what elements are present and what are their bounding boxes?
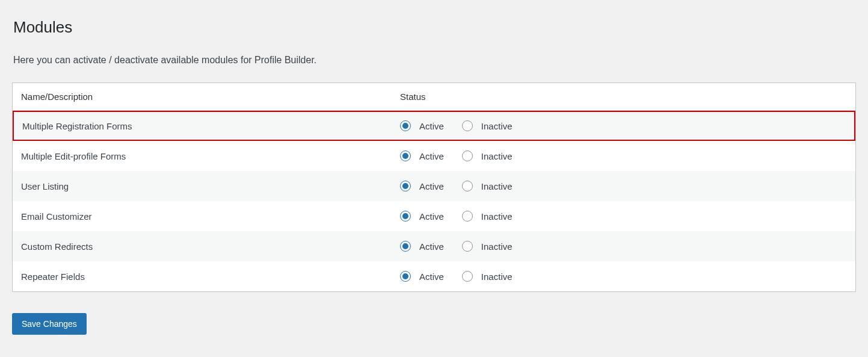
radio-group-active: Active — [400, 271, 444, 282]
radio-group-active: Active — [400, 151, 444, 161]
radio-inactive-label[interactable]: Inactive — [481, 211, 512, 222]
radio-active-label[interactable]: Active — [419, 272, 444, 282]
module-status: ActiveInactive — [392, 114, 854, 137]
table-row: Custom RedirectsActiveInactive — [13, 231, 855, 261]
radio-group-active: Active — [400, 241, 444, 252]
page-title: Modules — [13, 18, 856, 37]
radio-inactive[interactable] — [462, 151, 473, 161]
radio-inactive-label[interactable]: Inactive — [481, 272, 512, 282]
table-body: Multiple Registration FormsActiveInactiv… — [13, 111, 855, 291]
modules-table: Name/Description Status Multiple Registr… — [12, 82, 856, 292]
radio-inactive[interactable] — [462, 211, 473, 222]
table-row: Multiple Registration FormsActiveInactiv… — [13, 111, 855, 141]
radio-group-inactive: Inactive — [462, 151, 512, 161]
radio-active-label[interactable]: Active — [419, 121, 444, 131]
radio-group-inactive: Inactive — [462, 211, 512, 222]
radio-active-label[interactable]: Active — [419, 151, 444, 161]
radio-inactive[interactable] — [462, 120, 473, 131]
radio-group-inactive: Inactive — [462, 271, 512, 282]
radio-active-label[interactable]: Active — [419, 211, 444, 222]
radio-inactive-label[interactable]: Inactive — [481, 121, 512, 131]
radio-group-active: Active — [400, 211, 444, 222]
radio-active[interactable] — [400, 151, 411, 161]
module-status: ActiveInactive — [392, 175, 855, 197]
radio-active-label[interactable]: Active — [419, 241, 444, 252]
radio-active-label[interactable]: Active — [419, 181, 444, 191]
radio-group-inactive: Inactive — [462, 120, 512, 131]
radio-inactive[interactable] — [462, 181, 473, 191]
radio-inactive[interactable] — [462, 241, 473, 252]
radio-active[interactable] — [400, 120, 411, 131]
radio-group-active: Active — [400, 181, 444, 191]
radio-inactive-label[interactable]: Inactive — [481, 151, 512, 161]
radio-active[interactable] — [400, 241, 411, 252]
table-row: User ListingActiveInactive — [13, 171, 855, 201]
radio-group-inactive: Inactive — [462, 241, 512, 252]
radio-inactive[interactable] — [462, 271, 473, 282]
module-name: Custom Redirects — [13, 233, 392, 260]
page-description: Here you can activate / deactivate avail… — [13, 55, 856, 66]
module-status: ActiveInactive — [392, 144, 855, 167]
radio-active[interactable] — [400, 181, 411, 191]
table-header: Name/Description Status — [13, 83, 855, 111]
radio-inactive-label[interactable]: Inactive — [481, 241, 512, 252]
module-status: ActiveInactive — [392, 235, 855, 258]
module-status: ActiveInactive — [392, 205, 855, 228]
header-name: Name/Description — [13, 83, 392, 110]
header-status: Status — [392, 83, 855, 110]
module-name: User Listing — [13, 173, 392, 200]
table-row: Multiple Edit-profile FormsActiveInactiv… — [13, 141, 855, 171]
module-name: Multiple Edit-profile Forms — [13, 143, 392, 170]
table-row: Repeater FieldsActiveInactive — [13, 261, 855, 291]
module-status: ActiveInactive — [392, 265, 855, 288]
module-name: Email Customizer — [13, 203, 392, 230]
table-row: Email CustomizerActiveInactive — [13, 201, 855, 231]
radio-active[interactable] — [400, 211, 411, 222]
save-button[interactable]: Save Changes — [12, 313, 87, 335]
radio-inactive-label[interactable]: Inactive — [481, 181, 512, 191]
module-name: Repeater Fields — [13, 263, 392, 290]
module-name: Multiple Registration Forms — [14, 113, 392, 140]
radio-active[interactable] — [400, 271, 411, 282]
radio-group-inactive: Inactive — [462, 181, 512, 191]
radio-group-active: Active — [400, 120, 444, 131]
